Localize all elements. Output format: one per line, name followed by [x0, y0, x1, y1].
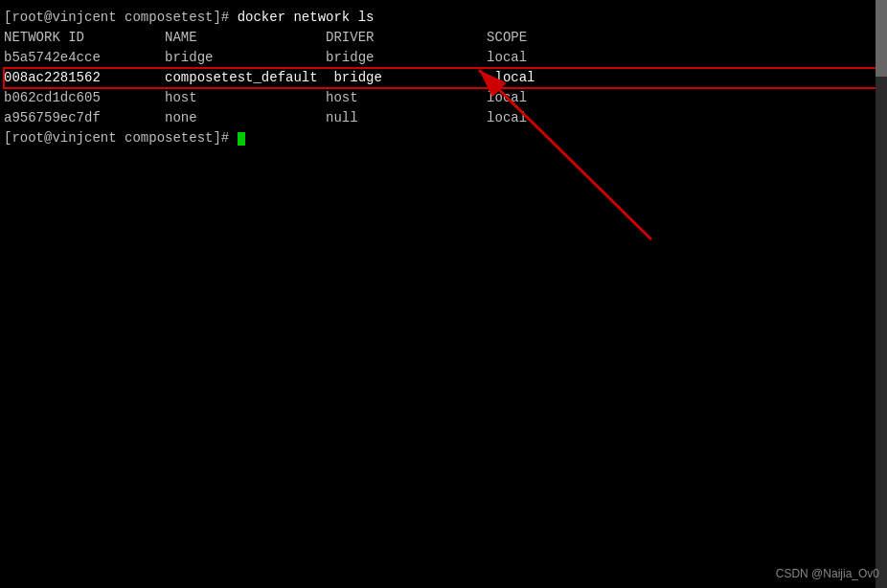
- col-network-id: NETWORK ID: [4, 30, 165, 45]
- table-row: a956759ec7df none null local: [4, 108, 883, 128]
- table-row-highlighted: 008ac2281562 composetest_default bridge …: [4, 68, 883, 88]
- col-scope: SCOPE: [487, 30, 527, 45]
- cursor: [238, 132, 245, 146]
- next-prompt-line: [root@vinjcent composetest]#: [4, 128, 883, 148]
- command-text: docker network ls: [238, 10, 375, 25]
- watermark: CSDN @Naijia_Ov0: [776, 567, 879, 580]
- table-row: b5a5742e4cce bridge bridge local: [4, 48, 883, 68]
- table-row: b062cd1dc605 host host local: [4, 88, 883, 108]
- col-name: NAME: [165, 30, 326, 45]
- table-header: NETWORK ID NAME DRIVER SCOPE: [4, 28, 883, 48]
- prompt2: [root@vinjcent composetest]#: [4, 130, 238, 146]
- scrollbar-thumb[interactable]: [876, 0, 887, 77]
- scrollbar[interactable]: [876, 0, 887, 588]
- terminal-window: [root@vinjcent composetest]# docker netw…: [0, 0, 887, 156]
- command-line: [root@vinjcent composetest]# docker netw…: [4, 8, 883, 28]
- col-driver: DRIVER: [326, 30, 487, 45]
- prompt: [root@vinjcent composetest]#: [4, 10, 238, 25]
